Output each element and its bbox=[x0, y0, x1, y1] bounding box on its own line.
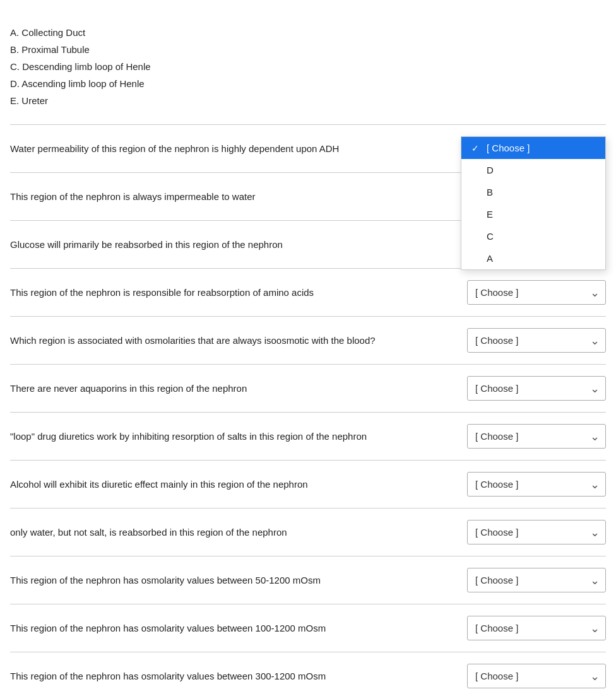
dropdown-item-choose[interactable]: ✓[ Choose ] bbox=[461, 137, 605, 159]
select-wrapper-q5: [ Choose ]DBECA⌄ bbox=[467, 328, 606, 353]
select-q10[interactable]: [ Choose ]DBECA bbox=[467, 568, 606, 592]
question-text-q7: "loop" drug diuretics work by inhibiting… bbox=[10, 431, 467, 442]
select-q8[interactable]: [ Choose ]DBECA bbox=[467, 472, 606, 497]
select-q12[interactable]: [ Choose ]DBECA bbox=[467, 664, 606, 688]
question-row-q11: This region of the nephron has osmolarit… bbox=[10, 604, 606, 652]
dropdown-letter-D: D bbox=[487, 165, 494, 175]
question-text-q9: only water, but not salt, is reabsorbed … bbox=[10, 527, 467, 538]
dropdown-letter-A: A bbox=[487, 253, 493, 264]
dropdown-item-A[interactable]: A bbox=[461, 247, 605, 269]
select-q7[interactable]: [ Choose ]DBECA bbox=[467, 424, 606, 449]
select-wrapper-q10: [ Choose ]DBECA⌄ bbox=[467, 568, 606, 592]
question-text-q1: Water permeability of this region of the… bbox=[10, 143, 467, 154]
checkmark-icon: ✓ bbox=[471, 143, 482, 153]
question-row-q5: Which region is associated with osmolari… bbox=[10, 316, 606, 364]
dropdown-item-B[interactable]: B bbox=[461, 181, 605, 203]
question-row-q8: Alcohol will exhibit its diuretic effect… bbox=[10, 460, 606, 508]
dropdown-item-E[interactable]: E bbox=[461, 203, 605, 225]
select-wrapper-q1: [ Choose ]DBECA⌄✓[ Choose ]DBECA bbox=[467, 136, 606, 161]
select-wrapper-q11: [ Choose ]DBECA⌄ bbox=[467, 616, 606, 640]
question-row-q12: This region of the nephron has osmolarit… bbox=[10, 652, 606, 694]
question-row-q7: "loop" drug diuretics work by inhibiting… bbox=[10, 412, 606, 460]
question-text-q6: There are never aquaporins in this regio… bbox=[10, 383, 467, 394]
select-q9[interactable]: [ Choose ]DBECA bbox=[467, 520, 606, 544]
select-wrapper-q9: [ Choose ]DBECA⌄ bbox=[467, 520, 606, 544]
select-wrapper-q12: [ Choose ]DBECA⌄ bbox=[467, 664, 606, 688]
option-item-B: B. Proximal Tubule bbox=[10, 41, 606, 58]
option-item-A: A. Collecting Duct bbox=[10, 24, 606, 41]
question-row-q10: This region of the nephron has osmolarit… bbox=[10, 556, 606, 604]
question-text-q5: Which region is associated with osmolari… bbox=[10, 335, 467, 346]
select-wrapper-q6: [ Choose ]DBECA⌄ bbox=[467, 376, 606, 401]
question-row-q4: This region of the nephron is responsibl… bbox=[10, 268, 606, 316]
question-text-q8: Alcohol will exhibit its diuretic effect… bbox=[10, 479, 467, 490]
question-row-q9: only water, but not salt, is reabsorbed … bbox=[10, 508, 606, 556]
dropdown-letter-E: E bbox=[487, 209, 493, 220]
dropdown-overlay-q1: ✓[ Choose ]DBECA bbox=[461, 136, 606, 270]
question-text-q2: This region of the nephron is always imp… bbox=[10, 191, 467, 202]
select-wrapper-q4: [ Choose ]DBECA⌄ bbox=[467, 280, 606, 305]
option-item-C: C. Descending limb loop of Henle bbox=[10, 58, 606, 75]
question-text-q10: This region of the nephron has osmolarit… bbox=[10, 575, 467, 585]
question-text-q3: Glucose will primarily be reabsorbed in … bbox=[10, 239, 467, 250]
dropdown-letter-B: B bbox=[487, 187, 493, 197]
options-list: A. Collecting DuctB. Proximal TubuleC. D… bbox=[10, 24, 606, 109]
question-text-q4: This region of the nephron is responsibl… bbox=[10, 287, 467, 298]
select-q4[interactable]: [ Choose ]DBECA bbox=[467, 280, 606, 305]
dropdown-item-label: [ Choose ] bbox=[487, 143, 530, 153]
questions-container: Water permeability of this region of the… bbox=[10, 124, 606, 694]
option-item-E: E. Ureter bbox=[10, 92, 606, 109]
question-text-q12: This region of the nephron has osmolarit… bbox=[10, 671, 467, 681]
select-wrapper-q8: [ Choose ]DBECA⌄ bbox=[467, 472, 606, 497]
select-wrapper-q7: [ Choose ]DBECA⌄ bbox=[467, 424, 606, 449]
dropdown-item-D[interactable]: D bbox=[461, 159, 605, 181]
option-item-D: D. Ascending limb loop of Henle bbox=[10, 75, 606, 92]
dropdown-letter-C: C bbox=[487, 231, 494, 242]
question-row-q6: There are never aquaporins in this regio… bbox=[10, 364, 606, 412]
select-q11[interactable]: [ Choose ]DBECA bbox=[467, 616, 606, 640]
question-text-q11: This region of the nephron has osmolarit… bbox=[10, 623, 467, 633]
select-q5[interactable]: [ Choose ]DBECA bbox=[467, 328, 606, 353]
question-row-q1: Water permeability of this region of the… bbox=[10, 124, 606, 172]
select-q6[interactable]: [ Choose ]DBECA bbox=[467, 376, 606, 401]
dropdown-item-C[interactable]: C bbox=[461, 225, 605, 247]
